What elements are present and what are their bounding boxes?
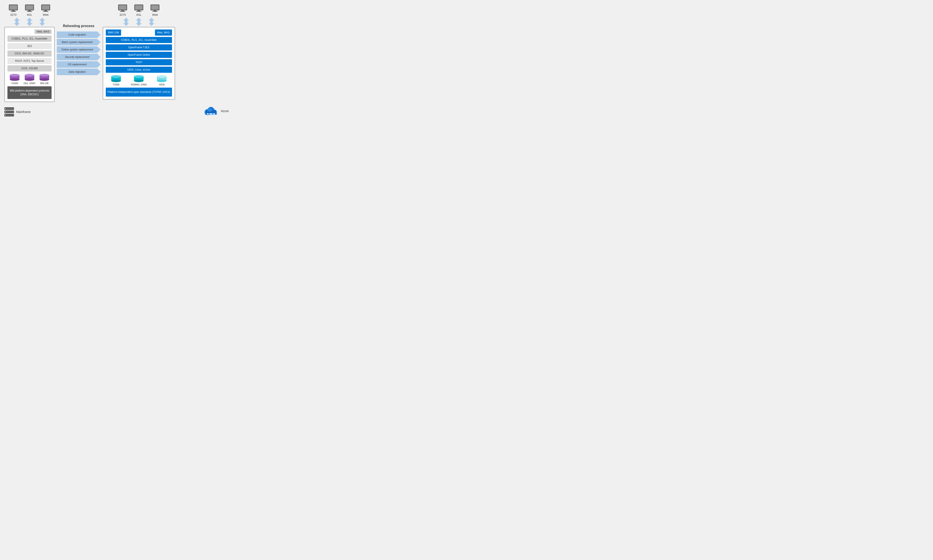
svg-rect-44: [152, 11, 158, 12]
right-terminal-3270-label: 3270: [120, 13, 126, 16]
server-line-5: [6, 115, 9, 115]
right-db-tsam-label: TSAM: [112, 83, 119, 86]
right-db-rdbms: RDBMS, IDMS: [131, 75, 147, 86]
server-row-3: [5, 114, 14, 117]
right-monitor-web: [150, 5, 160, 12]
platform-box: Platform-independent open standards (TCP…: [106, 88, 172, 97]
step-code-migration: Code migration: [57, 31, 100, 38]
svg-point-63: [157, 80, 166, 82]
right-arrow-1: [123, 18, 129, 26]
step-security-label: Security replacement: [57, 54, 97, 60]
hidb-cylinder-icon: [156, 75, 167, 82]
left-web-was: Web, WAS: [34, 29, 52, 34]
right-arrows: [103, 18, 175, 26]
right-arrow-2: [136, 18, 142, 26]
server-dot-3: [5, 115, 6, 115]
svg-rect-35: [121, 10, 124, 11]
step-os-label: OS replacement: [57, 61, 97, 68]
step-arrow-4: [97, 62, 100, 68]
server-line-3: [6, 112, 9, 112]
svg-rect-9: [42, 5, 49, 9]
step-batch: Batch system replacement: [57, 39, 100, 45]
monitor-icon-4gl: [25, 5, 34, 12]
left-terminal-web-label: Web: [43, 13, 49, 16]
left-db-vsam-label: VSAM: [11, 82, 18, 85]
server-dot-1: [5, 108, 6, 109]
right-monitor-3270: [118, 5, 128, 12]
right-terminal-4gl: 4GL: [134, 5, 143, 16]
left-arrows: [5, 18, 55, 26]
left-db-imsdb-label: IMS-DB: [40, 82, 49, 85]
svg-marker-13: [14, 20, 20, 26]
right-terminals: 3270 4GL Web: [103, 5, 175, 16]
step-arrow-5: [97, 69, 100, 75]
bms-gw-label: BMS GW: [106, 29, 121, 35]
right-system: 3270 4GL Web: [103, 5, 175, 100]
azure-section: Azure: [203, 106, 229, 117]
right-row-unix: UNIX, Linux, zLinux: [106, 67, 172, 73]
left-arrow-1: [14, 18, 20, 26]
step-online-label: Online system replacement: [57, 46, 97, 53]
step-security: Security replacement: [57, 54, 100, 60]
svg-marker-50: [149, 20, 154, 26]
step-batch-label: Batch system replacement: [57, 39, 97, 45]
step-arrow-0: [97, 32, 100, 38]
server-line-2: [10, 108, 13, 109]
step-data: Data migration: [57, 69, 100, 75]
left-db-vsam: VSAM: [9, 74, 20, 85]
server-line-1: [6, 108, 9, 109]
step-code-migration-label: Code migration: [57, 31, 97, 38]
server-line-4: [10, 112, 13, 112]
step-os: OS replacement: [57, 61, 100, 68]
svg-rect-34: [119, 5, 126, 9]
svg-rect-6: [28, 10, 31, 11]
step-arrow-1: [97, 39, 100, 45]
ibm-platform-box: IBM platform-dependent protocols (SNA, E…: [8, 86, 52, 99]
mainframe-label: Mainframe: [16, 110, 31, 114]
left-arrow-3: [39, 18, 45, 26]
svg-point-58: [134, 80, 143, 82]
right-monitor-4gl: [134, 5, 143, 12]
left-db-db2-label: Db2, IDMS: [24, 82, 35, 85]
left-system: 3270 4GL Web: [5, 5, 55, 102]
server-row-1: [5, 107, 14, 110]
left-terminal-4gl-label: 4GL: [27, 13, 32, 16]
left-row-zos: Z/OS, OS/390: [8, 65, 52, 71]
svg-rect-43: [154, 10, 156, 11]
left-databases: VSAM Db2, IDMS: [8, 74, 52, 85]
svg-rect-3: [11, 11, 16, 12]
mainframe-section: Mainframe: [5, 107, 31, 117]
svg-rect-40: [136, 11, 142, 12]
svg-point-76: [207, 113, 208, 114]
right-header-row: BMS GW Web, WAS: [106, 29, 172, 35]
svg-rect-5: [26, 5, 33, 9]
left-terminals: 3270 4GL Web: [5, 5, 55, 16]
step-data-label: Data migration: [57, 69, 97, 75]
svg-marker-17: [39, 20, 45, 26]
svg-rect-39: [137, 10, 140, 11]
platform-text: Platform-independent open standards (TCP…: [108, 91, 170, 94]
left-terminal-3270-label: 3270: [10, 13, 17, 16]
server-dot-2: [5, 111, 6, 112]
left-terminal-3270: 3270: [9, 5, 18, 16]
left-row-cobol: COBOL, PL/1, JCL, Assembler: [8, 35, 52, 42]
rehosting-title: Rehosting process: [63, 24, 94, 28]
right-arrow-3: [148, 18, 154, 26]
right-terminal-4gl-label: 4GL: [136, 13, 142, 16]
right-db-rdbms-label: RDBMS, IDMS: [131, 83, 147, 86]
svg-rect-11: [43, 11, 48, 12]
db2-cylinder-icon: [24, 74, 35, 81]
vsam-cylinder-icon: [9, 74, 20, 81]
step-online: Online system replacement: [57, 46, 100, 53]
svg-rect-36: [120, 11, 125, 12]
svg-point-25: [25, 78, 34, 81]
monitor-icon: [9, 5, 18, 12]
svg-rect-10: [45, 10, 47, 11]
rdbms-cylinder-icon: [133, 75, 144, 82]
left-db-db2: Db2, IDMS: [24, 74, 35, 85]
svg-marker-46: [123, 20, 129, 26]
right-row-tacf: TACF: [106, 59, 172, 65]
right-db-hidb-label: HiDB: [159, 83, 165, 86]
left-row-cics: CICS, IMS-DC, IDMS-DC: [8, 51, 52, 57]
imsdb-cylinder-icon: [39, 74, 50, 81]
